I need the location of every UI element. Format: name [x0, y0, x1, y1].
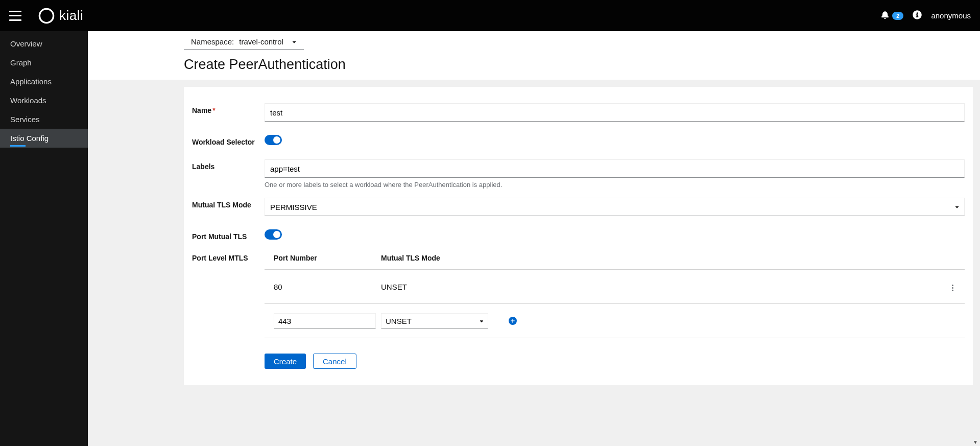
notifications-badge: 2: [892, 12, 903, 20]
sidebar-item-services[interactable]: Services: [0, 110, 88, 129]
new-port-mode-select[interactable]: UNSET: [381, 313, 488, 328]
cancel-button[interactable]: Cancel: [313, 354, 356, 369]
svg-rect-2: [511, 320, 515, 321]
create-button[interactable]: Create: [265, 354, 306, 369]
cell-port: 80: [265, 283, 381, 291]
new-port-mode-value: UNSET: [386, 317, 412, 325]
sidebar: Overview Graph Applications Workloads Se…: [0, 31, 88, 446]
new-port-number-input[interactable]: [274, 313, 376, 328]
sidebar-item-graph[interactable]: Graph: [0, 53, 88, 72]
namespace-value: travel-control: [239, 37, 283, 46]
brand-name: kiali: [59, 8, 83, 24]
svg-point-0: [39, 9, 53, 22]
sidebar-item-applications[interactable]: Applications: [0, 72, 88, 91]
mtls-mode-select[interactable]: [265, 198, 965, 216]
scroll-indicator-icon: ▼: [973, 439, 978, 445]
plus-circle-icon: [510, 318, 515, 323]
bell-icon: [881, 11, 889, 20]
name-input[interactable]: [265, 103, 965, 122]
brand-logo[interactable]: kiali: [38, 7, 83, 25]
page-title: Create PeerAuthentication: [184, 57, 965, 73]
hamburger-icon[interactable]: [9, 11, 21, 21]
th-port-number: Port Number: [265, 254, 381, 262]
form-card: Name* Workload Selector Labels One or mo…: [184, 87, 973, 385]
main-content: Namespace: travel-control Create PeerAut…: [88, 31, 980, 446]
labels-label: Labels: [192, 159, 265, 171]
labels-input[interactable]: [265, 159, 965, 178]
page-header: Namespace: travel-control Create PeerAut…: [88, 31, 980, 80]
topbar: kiali 2 anonymous: [0, 0, 980, 31]
caret-down-icon: [292, 37, 297, 46]
kiali-logo-icon: [38, 7, 55, 25]
required-asterisk: *: [212, 106, 215, 114]
form-actions: Create Cancel: [192, 354, 965, 369]
name-label: Name*: [192, 103, 265, 114]
workload-selector-label: Workload Selector: [192, 135, 265, 146]
labels-helper: One or more labels to select a workload …: [265, 181, 965, 189]
cell-mode: UNSET: [381, 283, 934, 291]
mtls-mode-value[interactable]: [265, 198, 965, 216]
table-row-new: UNSET: [265, 304, 965, 338]
sidebar-item-istio-config[interactable]: Istio Config: [0, 129, 88, 148]
row-actions-kebab[interactable]: [949, 281, 957, 294]
table-row: 80 UNSET: [265, 270, 965, 304]
port-mtls-toggle[interactable]: [265, 229, 282, 240]
add-port-button[interactable]: [509, 317, 517, 325]
workload-selector-toggle[interactable]: [265, 135, 282, 145]
sidebar-item-overview[interactable]: Overview: [0, 34, 88, 53]
topbar-right: 2 anonymous: [881, 10, 971, 21]
port-mtls-label: Port Mutual TLS: [192, 229, 265, 241]
namespace-selector[interactable]: Namespace: travel-control: [184, 34, 304, 50]
user-label[interactable]: anonymous: [931, 11, 971, 20]
mtls-mode-label: Mutual TLS Mode: [192, 198, 265, 209]
notifications-button[interactable]: 2: [881, 11, 903, 20]
th-mtls-mode: Mutual TLS Mode: [381, 254, 934, 262]
port-level-mtls-label: Port Level MTLS: [192, 254, 265, 262]
port-level-mtls-table: Port Number Mutual TLS Mode 80 UNSET: [265, 254, 965, 338]
namespace-label: Namespace:: [191, 37, 234, 46]
help-icon[interactable]: [913, 10, 922, 21]
sidebar-item-workloads[interactable]: Workloads: [0, 91, 88, 110]
